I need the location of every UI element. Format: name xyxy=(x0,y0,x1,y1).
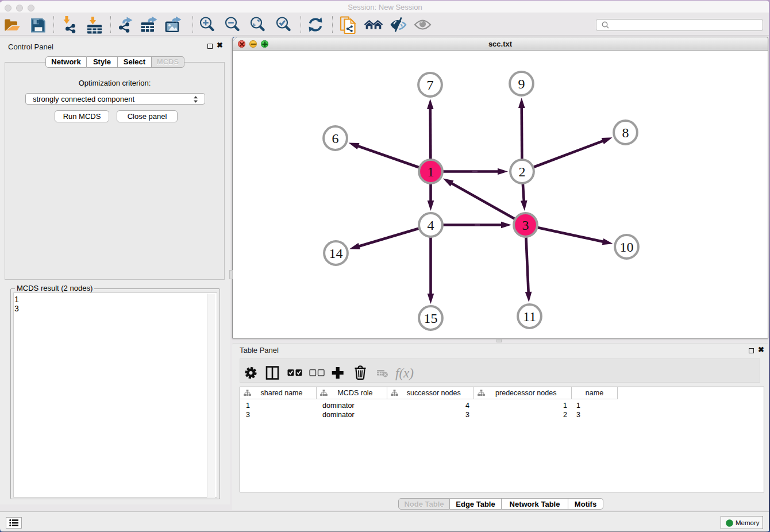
svg-text:14: 14 xyxy=(329,246,343,261)
svg-text:3: 3 xyxy=(522,218,529,233)
svg-text:15: 15 xyxy=(424,311,438,326)
svg-text:6: 6 xyxy=(332,131,339,146)
svg-text:f(x): f(x) xyxy=(395,366,414,380)
svg-text:7: 7 xyxy=(427,78,434,92)
svg-text:11: 11 xyxy=(523,309,536,324)
svg-text:9: 9 xyxy=(518,76,525,91)
svg-text:4: 4 xyxy=(428,218,434,233)
svg-text:10: 10 xyxy=(620,240,634,255)
svg-text:8: 8 xyxy=(622,125,629,140)
svg-text:2: 2 xyxy=(519,164,526,179)
svg-text:1: 1 xyxy=(428,164,434,179)
